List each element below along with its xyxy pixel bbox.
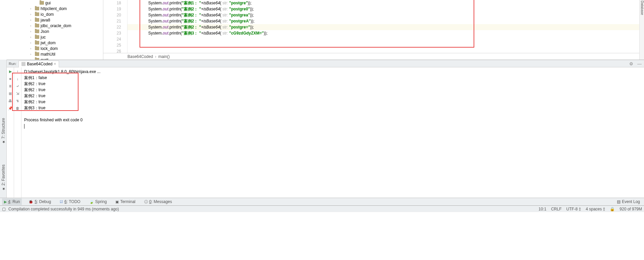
tree-item[interactable]: ›mqtt: [30, 57, 103, 60]
tree-item[interactable]: ›Json: [30, 28, 103, 34]
console-line: D:\sfwexe\Java\jdk1.8.0_60\bin\java.exe …: [24, 69, 641, 75]
lock-icon[interactable]: 🔒: [610, 207, 615, 211]
tab-todo[interactable]: ☑6: TODO: [58, 198, 83, 205]
todo-icon: ☑: [60, 200, 63, 204]
status-message: Compilation completed successfully in 94…: [8, 207, 119, 211]
run-tab[interactable]: Base64Coded ×: [18, 61, 59, 67]
line-separator[interactable]: CRLF: [551, 207, 561, 211]
tree-label: java8: [41, 18, 50, 22]
down-icon[interactable]: ↓: [15, 77, 20, 81]
indent[interactable]: 4 spaces ‡: [586, 207, 605, 211]
chevron-right-icon: ›: [30, 24, 34, 27]
code-line[interactable]: [127, 36, 644, 42]
messages-icon: ⓘ: [144, 199, 148, 204]
folder-icon: [35, 47, 39, 50]
tab-terminal[interactable]: ▣Terminal: [113, 198, 137, 205]
breadcrumb-method[interactable]: main(): [158, 54, 170, 59]
tree-item[interactable]: ›juc: [30, 34, 103, 40]
tree-label: jdbc_oracle_dom: [41, 23, 71, 28]
tree-item[interactable]: ›jdbc_oracle_dom: [30, 23, 103, 28]
run-panel: Run: Base64Coded × ⚙ — ▶ ■ ⏸ ⊞ 🖶 📌 ↑ ↓ ⤶…: [7, 60, 644, 198]
breadcrumb[interactable]: Base64Coded › main(): [103, 53, 644, 60]
terminal-icon: ▣: [115, 200, 119, 204]
project-tree-sidebar[interactable]: ›gui›httpclient_dom›io_dom›java8›jdbc_or…: [0, 0, 103, 60]
status-bar: ▢ Compilation completed successfully in …: [0, 205, 644, 212]
tab-event-log[interactable]: ▤Event Log: [615, 198, 642, 205]
console-line: 案例1：false: [24, 75, 641, 81]
print-icon[interactable]: 🖶: [8, 99, 13, 104]
chevron-right-icon: ›: [30, 7, 34, 10]
code-line[interactable]: System.out.println("案例2： "+isBase64( str…: [127, 18, 644, 24]
right-gutter: Database: [639, 0, 644, 60]
tree-item[interactable]: ›lock_dom: [30, 46, 103, 51]
encoding[interactable]: UTF-8 ‡: [566, 207, 581, 211]
console-line: 案例2：true: [24, 81, 641, 87]
rerun-icon[interactable]: ▶: [8, 69, 13, 74]
gear-icon[interactable]: ⚙: [629, 61, 634, 66]
chevron-right-icon: ›: [30, 41, 34, 45]
bottom-tabs: ▶4: Run 🐞5: Debug ☑6: TODO 🍃Spring ▣Term…: [0, 198, 644, 205]
layout-icon[interactable]: ⊞: [8, 91, 13, 96]
run-toolbar-2: ↑ ↓ ⤶ ⇲ ↯ 🗑: [14, 67, 21, 198]
folder-icon: [35, 35, 39, 39]
code-line[interactable]: [127, 42, 644, 48]
chevron-right-icon: ›: [30, 13, 34, 16]
breadcrumb-class[interactable]: Base64Coded: [127, 54, 153, 59]
code-line[interactable]: System.out.println("案例3： "+isBase64( str…: [127, 30, 644, 36]
code-line[interactable]: System.out.println("案例2： "+isBase64( str…: [127, 6, 644, 12]
pause-icon[interactable]: ⏸: [8, 84, 13, 89]
code-line[interactable]: System.out.println("案例2： "+isBase64( str…: [127, 24, 644, 30]
tree-item[interactable]: ›jwt_dom: [30, 40, 103, 46]
tree-label: jwt_dom: [41, 41, 56, 45]
tree-item[interactable]: ›gui: [30, 0, 103, 6]
run-label: Run:: [9, 62, 16, 66]
wrap-icon[interactable]: ⤶: [15, 84, 20, 89]
memory-indicator[interactable]: 920 of 979M: [620, 207, 642, 211]
tree-label: gui: [45, 1, 51, 5]
tab-spring[interactable]: 🍃Spring: [87, 198, 109, 205]
tree-item[interactable]: ›io_dom: [30, 11, 103, 17]
folder-icon: [35, 29, 39, 33]
tree-item[interactable]: ›mathUtil: [30, 51, 103, 57]
play-icon: ▶: [4, 200, 7, 204]
structure-tab[interactable]: ★ 7: Structure: [1, 118, 6, 144]
stop-icon[interactable]: ■: [8, 77, 13, 81]
tree-label: io_dom: [41, 12, 54, 17]
scroll-icon[interactable]: ⇲: [15, 91, 20, 96]
chevron-right-icon: ›: [30, 36, 34, 39]
tab-run[interactable]: ▶4: Run: [2, 198, 22, 205]
tree-item[interactable]: ›java8: [30, 17, 103, 23]
console-line: Process finished with exit code 0: [24, 117, 641, 123]
tree-label: juc: [41, 35, 46, 40]
database-tab[interactable]: Database: [640, 1, 644, 15]
favorites-tab[interactable]: ★ 2: Favorites: [1, 165, 6, 191]
minimize-icon[interactable]: —: [637, 61, 642, 66]
console-output[interactable]: D:\sfwexe\Java\jdk1.8.0_60\bin\java.exe …: [21, 67, 644, 198]
editor-pane: 181920212223242526 System.out.println("案…: [103, 0, 644, 60]
tab-messages[interactable]: ⓘ0: Messages: [142, 198, 174, 205]
folder-icon: [40, 1, 44, 5]
pin-icon[interactable]: 📌: [8, 106, 13, 111]
close-icon[interactable]: ×: [54, 62, 56, 66]
code-line[interactable]: System.out.println("案例2： "+isBase64( str…: [127, 12, 644, 18]
run-tab-icon: [21, 62, 25, 66]
tree-item[interactable]: ›httpclient_dom: [30, 6, 103, 11]
console-line: 案例2：true: [24, 93, 641, 99]
tree-label: lock_dom: [41, 46, 58, 51]
up-icon[interactable]: ↑: [15, 69, 20, 74]
chevron-right-icon: ›: [155, 54, 156, 59]
tree-label: httpclient_dom: [41, 6, 67, 11]
chevron-right-icon: ›: [30, 18, 34, 22]
code-area[interactable]: System.out.println("案例1： "+isBase64( str…: [127, 0, 644, 53]
chevron-right-icon: ›: [30, 30, 34, 33]
clear-icon[interactable]: ↯: [15, 99, 20, 104]
tree-label: mqtt: [41, 58, 48, 60]
caret-position[interactable]: 10:1: [539, 207, 546, 211]
trash-icon[interactable]: 🗑: [15, 106, 20, 111]
code-line[interactable]: [127, 48, 644, 53]
folder-icon: [35, 18, 39, 22]
folder-icon: [35, 24, 39, 27]
tab-debug[interactable]: 🐞5: Debug: [26, 198, 53, 205]
run-toolbar-1: ▶ ■ ⏸ ⊞ 🖶 📌: [7, 67, 14, 198]
code-line[interactable]: System.out.println("案例1： "+isBase64( str…: [127, 0, 644, 6]
